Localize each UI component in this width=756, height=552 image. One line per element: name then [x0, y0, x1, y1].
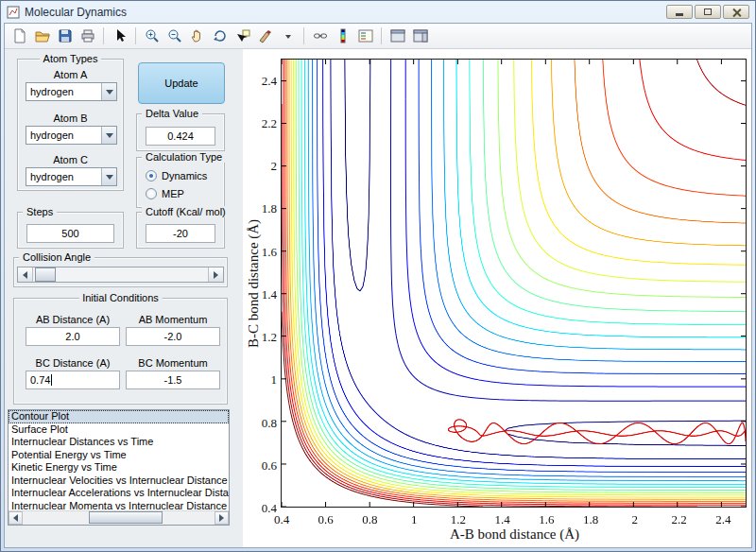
delta-value-field[interactable]: 0.424: [146, 127, 215, 146]
atom-a-label: Atom A: [18, 69, 123, 80]
atom-a-select[interactable]: hydrogen: [26, 82, 117, 101]
restore-icon: [704, 9, 712, 15]
data-cursor-icon: [235, 28, 250, 43]
slider-right-arrow[interactable]: [208, 267, 223, 282]
brush-dropdown-button[interactable]: [277, 26, 299, 46]
zoom-in-icon: [145, 28, 160, 43]
text-caret: [51, 374, 52, 386]
slider-track[interactable]: [33, 267, 208, 282]
plot-list-item[interactable]: Kinetic Energy vs Time: [9, 461, 229, 474]
insert-legend-button[interactable]: [354, 26, 376, 46]
scrollbar-track[interactable]: [23, 511, 215, 525]
y-tick-label: 1.6: [232, 245, 277, 260]
scroll-right-arrow[interactable]: [215, 511, 229, 525]
atom-b-value: hydrogen: [26, 129, 101, 141]
y-tick-label: 0.4: [232, 501, 277, 516]
minimize-button[interactable]: [666, 5, 693, 19]
arrow-cursor-icon: [112, 28, 128, 43]
plot-list-item[interactable]: Surface Plot: [9, 423, 229, 437]
delta-value-title: Delta Value: [142, 108, 202, 119]
toolbar-separator: [381, 27, 382, 44]
close-button[interactable]: [723, 5, 749, 19]
radio-mep[interactable]: MEP: [146, 188, 184, 199]
atom-types-panel: Atom Types Atom A hydrogen Atom B hydrog…: [17, 59, 124, 191]
y-tick-label: 2: [232, 159, 277, 174]
collision-angle-slider[interactable]: [17, 267, 224, 283]
open-folder-button[interactable]: [31, 26, 53, 46]
arrow-right-icon: [219, 514, 228, 522]
brush-dropdown-icon: [284, 28, 292, 43]
title-bar: Molecular Dynamics: [4, 1, 752, 23]
plot-type-listbox[interactable]: Contour PlotSurface PlotInternuclear Dis…: [8, 409, 230, 526]
radio-dynamics[interactable]: Dynamics: [146, 170, 207, 181]
y-tick-label: 1.4: [232, 287, 277, 302]
y-axis-label: B-C bond distance (Å): [246, 219, 262, 348]
arrow-right-icon: [214, 271, 222, 279]
toolbar-separator: [103, 27, 104, 44]
data-cursor-button[interactable]: [232, 26, 253, 46]
radio-icon: [146, 188, 157, 199]
toolbar-separator: [135, 27, 136, 44]
slider-left-arrow[interactable]: [18, 267, 33, 282]
plot-list-item[interactable]: Internuclear Velocities vs Internuclear …: [9, 474, 229, 488]
steps-field[interactable]: 500: [26, 224, 114, 243]
plottools-show-button[interactable]: [409, 26, 431, 46]
bc-momentum-label: BC Momentum: [126, 357, 220, 369]
collision-angle-panel: Collision Angle: [13, 257, 228, 287]
bc-momentum-field[interactable]: -1.5: [126, 371, 220, 389]
steps-panel: Steps 500: [17, 212, 124, 249]
atom-c-select[interactable]: hydrogen: [26, 167, 117, 186]
chevron-down-icon: [101, 83, 116, 100]
pan-hand-button[interactable]: [186, 26, 208, 46]
rotate-3d-icon: [213, 28, 228, 43]
arrow-cursor-button[interactable]: [109, 26, 130, 46]
save-button[interactable]: [54, 26, 76, 46]
scrollbar-thumb[interactable]: [89, 511, 163, 524]
contour-plot-canvas[interactable]: [281, 59, 747, 508]
link-plots-button[interactable]: [309, 26, 331, 46]
plottools-hide-button[interactable]: [387, 26, 408, 46]
atom-c-value: hydrogen: [26, 171, 101, 182]
listbox-hscrollbar[interactable]: [9, 510, 229, 525]
atom-b-select[interactable]: hydrogen: [26, 126, 117, 145]
y-tick-label: 2.4: [232, 74, 277, 89]
brush-button[interactable]: [254, 26, 276, 46]
window-icon: [7, 6, 20, 19]
radio-dynamics-label: Dynamics: [162, 170, 207, 181]
insert-colorbar-button[interactable]: [332, 26, 353, 46]
plottools-show-icon: [413, 28, 428, 43]
slider-thumb[interactable]: [35, 267, 56, 282]
plot-list-item[interactable]: Contour Plot: [9, 410, 229, 423]
bc-distance-value: 0.74: [30, 374, 50, 386]
toolbar-separator: [303, 27, 304, 44]
y-tick-label: 1.2: [232, 330, 277, 345]
brush-icon: [258, 28, 273, 43]
cutoff-field[interactable]: -20: [146, 224, 215, 243]
app-window: Molecular Dynamics Atom Types Atom A hyd…: [0, 0, 756, 552]
pan-hand-icon: [190, 28, 205, 43]
new-document-icon: [12, 28, 27, 43]
x-tick-label: 1.6: [532, 512, 560, 527]
collision-angle-label: Collision Angle: [19, 251, 94, 263]
rotate-3d-button[interactable]: [209, 26, 231, 46]
restore-button[interactable]: [695, 5, 721, 19]
update-button[interactable]: Update: [138, 62, 225, 104]
print-button[interactable]: [77, 26, 98, 46]
calculation-type-title: Calculation Type: [142, 151, 226, 163]
zoom-out-button[interactable]: [163, 26, 185, 46]
plot-list-item[interactable]: Internuclear Accelerations vs Internucle…: [9, 487, 229, 500]
bc-distance-field[interactable]: 0.74: [26, 371, 120, 389]
ab-momentum-field[interactable]: -2.0: [126, 327, 220, 346]
close-icon: [732, 8, 741, 16]
x-tick-label: 0.6: [312, 512, 340, 527]
scroll-left-arrow[interactable]: [9, 511, 23, 525]
radio-mep-label: MEP: [162, 188, 184, 199]
x-tick-label: 2.4: [709, 512, 737, 527]
ab-distance-field[interactable]: 2.0: [26, 327, 120, 346]
plot-list-item[interactable]: Internuclear Distances vs Time: [9, 436, 229, 449]
plot-list-item[interactable]: Potential Energy vs Time: [9, 449, 229, 462]
x-tick-label: 2: [621, 512, 649, 527]
zoom-in-button[interactable]: [141, 26, 163, 46]
x-tick-label: 0.8: [355, 512, 384, 527]
new-document-button[interactable]: [9, 26, 30, 46]
